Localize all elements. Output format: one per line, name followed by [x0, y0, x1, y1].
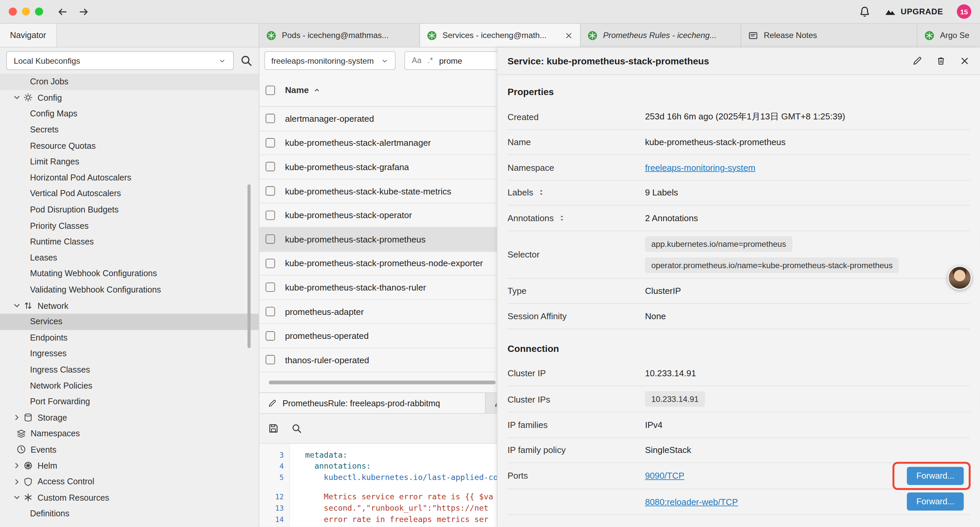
- chevron-right-icon: [12, 413, 21, 422]
- sidebar-item-secrets[interactable]: Secrets: [0, 122, 259, 138]
- horizontal-scrollbar[interactable]: [269, 381, 496, 384]
- detail-row-ports-1: Ports9090/TCPForward...: [508, 463, 970, 489]
- sidebar-item-limit-ranges[interactable]: Limit Ranges: [0, 154, 259, 170]
- sidebar-item-services[interactable]: Services: [0, 314, 259, 330]
- dock-tab-prometheusrule[interactable]: PrometheusRule: freeleaps-prod-rabbitmq: [259, 393, 486, 413]
- delete-service-icon[interactable]: [935, 56, 946, 66]
- row-checkbox[interactable]: [266, 355, 275, 365]
- row-checkbox[interactable]: [266, 331, 275, 340]
- sidebar-item-label: Pod Disruption Budgets: [30, 205, 119, 215]
- namespace-filter[interactable]: freeleaps-monitoring-system: [264, 51, 396, 70]
- user-avatar[interactable]: [948, 266, 972, 290]
- sidebar-item-label: Priority Classes: [30, 221, 89, 231]
- back-arrow-icon[interactable]: [57, 6, 68, 18]
- detail-value: ClusterIP: [645, 286, 970, 296]
- tab-release-notes[interactable]: Release Notes: [741, 24, 917, 47]
- detail-label-text: Cluster IPs: [508, 394, 550, 404]
- sidebar-item-endpoints[interactable]: Endpoints: [0, 330, 259, 345]
- detail-label: Type: [508, 286, 645, 296]
- detail-row-labels: Labels9 Labels: [508, 180, 970, 206]
- save-icon[interactable]: [268, 423, 279, 434]
- cluster-icon: [587, 30, 597, 40]
- row-checkbox[interactable]: [266, 234, 275, 244]
- port-link[interactable]: 8080:reloader-web/TCP: [645, 497, 738, 507]
- row-checkbox[interactable]: [266, 114, 275, 123]
- detail-value-text: kube-prometheus-stack-prometheus: [645, 137, 786, 147]
- navigator-tab[interactable]: Navigator: [0, 24, 57, 47]
- forward-arrow-icon[interactable]: [78, 6, 89, 18]
- sort-ascending-icon[interactable]: [313, 86, 321, 94]
- detail-value: kube-prometheus-stack-prometheus: [645, 137, 970, 147]
- sidebar-item-helm[interactable]: Helm: [0, 458, 259, 474]
- sidebar-item-network-policies[interactable]: Network Policies: [0, 377, 259, 393]
- sidebar-item-access-control[interactable]: Access Control: [0, 474, 259, 490]
- kubeconfig-selector[interactable]: Local Kubeconfigs: [6, 51, 234, 70]
- sidebar-item-namespaces[interactable]: Namespaces: [0, 426, 259, 442]
- detail-label: IP family policy: [508, 445, 645, 455]
- row-checkbox[interactable]: [266, 138, 275, 147]
- sidebar-item-mutating-webhook-configurations[interactable]: Mutating Webhook Configurations: [0, 266, 259, 282]
- chevron-down-icon: [380, 57, 388, 65]
- sidebar-item-pod-disruption-budgets[interactable]: Pod Disruption Budgets: [0, 202, 259, 218]
- notification-count-badge[interactable]: 15: [957, 4, 971, 19]
- forward-button[interactable]: Forward...: [907, 466, 964, 485]
- sidebar-item-label: Network: [37, 301, 68, 310]
- tab-argo-se[interactable]: Argo Se: [918, 24, 980, 47]
- sidebar-item-leases[interactable]: Leases: [0, 250, 259, 266]
- port-link[interactable]: 9090/TCP: [645, 471, 684, 481]
- sidebar-item-label: Vertical Pod Autoscalers: [30, 189, 121, 199]
- sidebar-item-definitions[interactable]: Definitions: [0, 506, 259, 522]
- sidebar-item-vertical-pod-autoscalers[interactable]: Vertical Pod Autoscalers: [0, 186, 259, 202]
- sidebar-item-ingress-classes[interactable]: Ingress Classes: [0, 361, 259, 377]
- detail-label: Annotations: [508, 213, 645, 223]
- detail-label-text: Namespace: [508, 162, 554, 172]
- tab-services-icecheng-math[interactable]: Services - icecheng@math...: [420, 24, 581, 47]
- zoom-window-button[interactable]: [35, 7, 43, 15]
- minimize-window-button[interactable]: [22, 7, 30, 15]
- row-checkbox[interactable]: [266, 210, 275, 220]
- row-checkbox[interactable]: [266, 283, 275, 292]
- forward-button[interactable]: Forward...: [907, 493, 964, 511]
- regex-toggle[interactable]: .*: [428, 56, 433, 65]
- sidebar-item-label: Resource Quotas: [30, 141, 96, 150]
- row-checkbox[interactable]: [266, 162, 275, 172]
- row-checkbox[interactable]: [266, 307, 275, 316]
- sidebar-item-storage[interactable]: Storage: [0, 409, 259, 426]
- close-tab-icon[interactable]: [565, 31, 573, 40]
- row-checkbox[interactable]: [266, 258, 275, 268]
- sidebar-item-network[interactable]: Network: [0, 298, 259, 314]
- notifications-bell-icon[interactable]: [859, 6, 871, 18]
- edit-service-icon[interactable]: [912, 56, 923, 66]
- match-case-toggle[interactable]: Aa: [412, 56, 422, 65]
- vertical-scrollbar[interactable]: [248, 185, 250, 348]
- sidebar-item-port-forwarding[interactable]: Port Forwarding: [0, 393, 259, 409]
- name-column-header[interactable]: Name: [285, 85, 309, 95]
- detail-row-namespace: Namespacefreeleaps-monitoring-system: [508, 155, 970, 180]
- sidebar-search-icon[interactable]: [240, 54, 253, 67]
- editor-search-icon[interactable]: [291, 423, 302, 434]
- row-checkbox[interactable]: [266, 186, 275, 196]
- tab-label: Pods - icecheng@mathmas...: [282, 31, 413, 40]
- sidebar-item-priority-classes[interactable]: Priority Classes: [0, 218, 259, 234]
- tab-prometheus-rules-icecheng[interactable]: Prometheus Rules - icecheng...: [581, 24, 741, 47]
- sort-icon: [538, 189, 545, 196]
- sidebar-item-validating-webhook-configurations[interactable]: Validating Webhook Configurations: [0, 282, 259, 298]
- close-window-button[interactable]: [9, 7, 17, 15]
- sidebar-item-config-maps[interactable]: Config Maps: [0, 106, 259, 122]
- upgrade-button[interactable]: UPGRADE: [885, 6, 943, 18]
- sidebar-item-config[interactable]: Config: [0, 90, 259, 106]
- sidebar-item-resource-quotas[interactable]: Resource Quotas: [0, 138, 259, 154]
- sidebar-item-runtime-classes[interactable]: Runtime Classes: [0, 234, 259, 250]
- close-panel-icon[interactable]: [959, 56, 970, 66]
- detail-label: Name: [508, 137, 645, 147]
- tab-pods-icecheng-mathmas[interactable]: Pods - icecheng@mathmas...: [259, 24, 420, 47]
- sidebar-item-ingresses[interactable]: Ingresses: [0, 345, 259, 361]
- select-all-checkbox[interactable]: [266, 85, 275, 95]
- tab-label: Argo Se: [940, 31, 973, 40]
- sidebar-item-events[interactable]: Events: [0, 442, 259, 458]
- detail-label: Cluster IP: [508, 368, 645, 378]
- sidebar-item-cron-jobs[interactable]: Cron Jobs: [0, 74, 259, 90]
- sidebar-item-horizontal-pod-autoscalers[interactable]: Horizontal Pod Autoscalers: [0, 170, 259, 186]
- sidebar-item-custom-resources[interactable]: Custom Resources: [0, 490, 259, 506]
- namespace-link[interactable]: freeleaps-monitoring-system: [645, 162, 756, 172]
